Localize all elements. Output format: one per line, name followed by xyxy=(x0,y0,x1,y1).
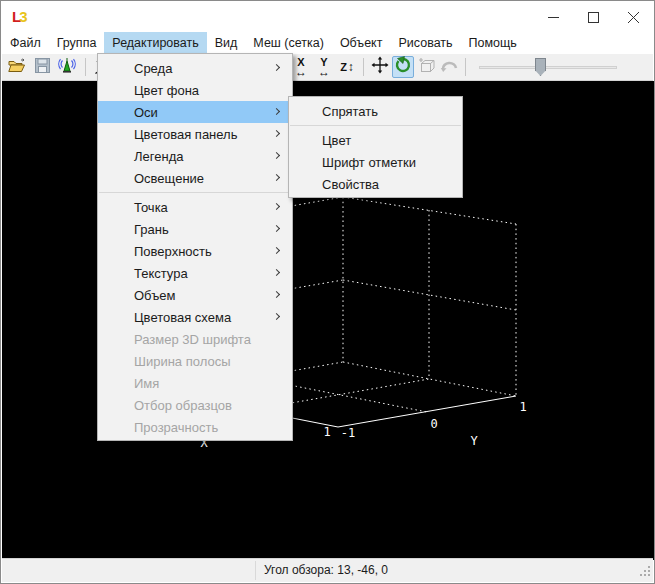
edit-menu: Среда Цвет фона Оси Цветовая панель Леге… xyxy=(97,53,293,441)
menu-item-label: Отбор образцов xyxy=(134,398,232,413)
menu-item-label: Прозрачность xyxy=(134,420,218,435)
submenu-arrow-icon xyxy=(273,247,280,254)
menu-item-label: Шрифт отметки xyxy=(322,155,416,170)
menubar-item-draw[interactable]: Рисовать xyxy=(390,32,460,54)
antenna-icon xyxy=(58,57,76,78)
submenu-item-hide[interactable]: Спрятать xyxy=(289,100,462,122)
cube-icon xyxy=(417,56,435,78)
menu-item-label: Текстура xyxy=(134,266,188,281)
close-button[interactable] xyxy=(613,2,653,32)
x-axis-tick-label: 1 xyxy=(323,425,330,439)
pan-tool-button[interactable] xyxy=(369,56,391,78)
menu-item-label: Цветовая схема xyxy=(134,310,231,325)
x-arrow-icon: ↔ xyxy=(295,67,307,77)
submenu-arrow-icon xyxy=(273,313,280,320)
move-icon xyxy=(371,56,389,78)
submenu-item-properties[interactable]: Свойства xyxy=(289,173,462,195)
menu-item-label: Освещение xyxy=(134,171,204,186)
menu-item-lighting[interactable]: Освещение xyxy=(98,167,292,189)
rotate-tool-button[interactable] xyxy=(392,56,414,78)
slider-track[interactable] xyxy=(479,66,617,69)
menu-item-label: Цветовая панель xyxy=(134,127,237,142)
z-arrow-icon: ↕ xyxy=(348,57,354,77)
menubar-item-object[interactable]: Объект xyxy=(332,32,391,54)
menu-item-axes[interactable]: Оси xyxy=(98,101,292,123)
menu-item-label: Грань xyxy=(134,222,169,237)
submenu-arrow-icon xyxy=(273,291,280,298)
slider-thumb[interactable] xyxy=(535,58,546,76)
open-folder-icon xyxy=(8,58,26,77)
menubar-item-edit[interactable]: Редактировать xyxy=(104,32,206,54)
menu-item-label: Легенда xyxy=(134,149,183,164)
minimize-icon xyxy=(548,12,559,23)
rotate-cube-button[interactable] xyxy=(415,56,437,78)
menubar-item-group[interactable]: Группа xyxy=(49,32,105,54)
menubar-item-view[interactable]: Вид xyxy=(207,32,246,54)
app-window: L3 Файл Группа Редактировать Вид Меш (се… xyxy=(0,0,655,584)
submenu-item-tick-font[interactable]: Шрифт отметки xyxy=(289,151,462,173)
menu-item-surface[interactable]: Поверхность xyxy=(98,240,292,262)
rotate-icon xyxy=(394,56,412,78)
statusbar-divider xyxy=(255,561,256,580)
menu-item-label: Цвет xyxy=(322,133,351,148)
menu-item-background-color[interactable]: Цвет фона xyxy=(98,79,292,101)
menu-item-3d-font-size: Размер 3D шрифта xyxy=(98,328,292,350)
y-arrow-icon: ↔ xyxy=(318,67,330,77)
scale-z-button[interactable]: Z ↕ xyxy=(336,56,358,78)
menu-item-label: Точка xyxy=(134,200,168,215)
scale-y-button[interactable]: Y ↔ xyxy=(313,56,335,78)
save-icon xyxy=(35,58,50,77)
menu-item-band-width: Ширина полосы xyxy=(98,350,292,372)
toolbar-separator xyxy=(85,58,86,76)
menu-item-label: Имя xyxy=(134,376,159,391)
menu-item-sampling: Отбор образцов xyxy=(98,394,292,416)
menu-item-label: Поверхность xyxy=(134,244,212,259)
menubar-item-help[interactable]: Помощь xyxy=(461,32,525,54)
menu-item-label: Спрятать xyxy=(322,104,378,119)
menu-item-label: Свойства xyxy=(322,177,379,192)
z-letter: Z xyxy=(340,57,347,77)
undo-icon xyxy=(440,58,458,76)
menu-item-transparency: Прозрачность xyxy=(98,416,292,438)
y-axis-tick-label-m1: -1 xyxy=(341,426,355,440)
submenu-arrow-icon xyxy=(273,64,280,71)
open-file-button[interactable] xyxy=(6,56,28,78)
axes-submenu: Спрятать Цвет Шрифт отметки Свойства xyxy=(288,96,463,198)
submenu-arrow-icon xyxy=(273,225,280,232)
close-icon xyxy=(628,12,639,23)
menu-item-legend[interactable]: Легенда xyxy=(98,145,292,167)
y-axis-label: Y xyxy=(470,434,478,448)
menu-item-texture[interactable]: Текстура xyxy=(98,262,292,284)
menubar-item-file[interactable]: Файл xyxy=(2,32,49,54)
menu-item-label: Ширина полосы xyxy=(134,354,230,369)
scale-x-button[interactable]: X ↔ xyxy=(290,56,312,78)
y-axis-line xyxy=(338,396,516,427)
menubar-item-mesh[interactable]: Меш (сетка) xyxy=(245,32,332,54)
view-angle-status: Угол обзора: 13, -46, 0 xyxy=(264,559,388,582)
submenu-arrow-icon xyxy=(273,203,280,210)
broadcast-button[interactable] xyxy=(56,56,78,78)
toolbar-separator xyxy=(363,58,364,76)
menu-item-environment[interactable]: Среда xyxy=(98,57,292,79)
submenu-item-color[interactable]: Цвет xyxy=(289,129,462,151)
submenu-arrow-icon xyxy=(273,174,280,181)
zoom-slider[interactable] xyxy=(479,56,617,78)
menu-item-point[interactable]: Точка xyxy=(98,196,292,218)
maximize-icon xyxy=(588,12,599,23)
menu-item-label: Размер 3D шрифта xyxy=(134,332,251,347)
menu-item-volume[interactable]: Объем xyxy=(98,284,292,306)
menu-item-name: Имя xyxy=(98,372,292,394)
y-axis-tick-label-0: 0 xyxy=(430,417,437,431)
y-axis-tick-label-1: 1 xyxy=(519,400,526,414)
menu-item-face[interactable]: Грань xyxy=(98,218,292,240)
submenu-arrow-icon xyxy=(273,269,280,276)
status-bar: Угол обзора: 13, -46, 0 xyxy=(2,558,653,582)
menu-item-color-scheme[interactable]: Цветовая схема xyxy=(98,306,292,328)
maximize-button[interactable] xyxy=(573,2,613,32)
menu-separator xyxy=(290,125,461,126)
minimize-button[interactable] xyxy=(533,2,573,32)
menu-item-color-bar[interactable]: Цветовая панель xyxy=(98,123,292,145)
resize-grip-icon[interactable] xyxy=(640,565,650,579)
save-button[interactable] xyxy=(31,56,53,78)
undo-rotate-button[interactable] xyxy=(438,56,460,78)
